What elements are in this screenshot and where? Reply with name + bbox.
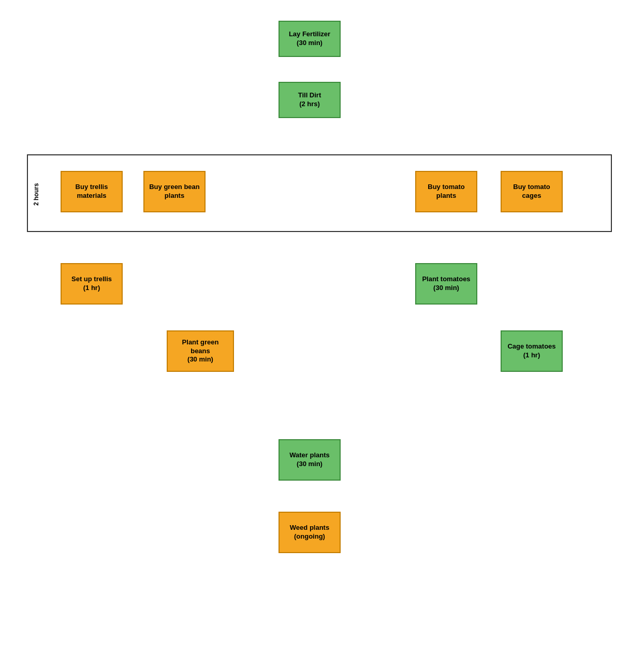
svg-line-10 (477, 289, 501, 346)
svg-line-11 (198, 372, 275, 444)
plant-tomatoes-label: Plant tomatoes(30 min) (422, 275, 470, 293)
cage-tomatoes-node: Cage tomatoes(1 hr) (501, 330, 563, 372)
plant-tomatoes-node: Plant tomatoes(30 min) (415, 263, 477, 305)
buy-green-bean-node: Buy green beanplants (143, 171, 206, 212)
buy-tomato-plants-label: Buy tomatoplants (428, 183, 465, 200)
weed-plants-node: Weed plants(ongoing) (279, 512, 341, 553)
lay-fertilizer-label: Lay Fertilizer (30 min) (284, 30, 335, 48)
water-plants-node: Water plants(30 min) (279, 439, 341, 481)
buy-tomato-cages-label: Buy tomatocages (513, 183, 550, 200)
set-up-trellis-label: Set up trellis(1 hr) (71, 275, 112, 293)
svg-line-6 (123, 289, 143, 346)
water-plants-label: Water plants(30 min) (289, 451, 330, 469)
buy-trellis-node: Buy trellismaterials (61, 171, 123, 212)
buy-trellis-label: Buy trellismaterials (76, 183, 108, 200)
buy-tomato-plants-node: Buy tomatoplants (415, 171, 477, 212)
cage-tomatoes-label: Cage tomatoes(1 hr) (507, 342, 555, 360)
plant-green-beans-node: Plant greenbeans(30 min) (167, 330, 234, 372)
buy-green-bean-label: Buy green beanplants (149, 183, 200, 200)
svg-line-9 (234, 289, 415, 346)
buy-tomato-cages-node: Buy tomatocages (501, 171, 563, 212)
lay-fertilizer-node: Lay Fertilizer (30 min) (279, 21, 341, 57)
parallel-label: 2 hours (29, 155, 43, 233)
svg-line-12 (374, 356, 501, 444)
plant-green-beans-label: Plant greenbeans(30 min) (182, 338, 219, 365)
till-dirt-label: Till Dirt(2 hrs) (298, 91, 321, 109)
weed-plants-label: Weed plants(ongoing) (290, 524, 329, 541)
set-up-trellis-node: Set up trellis(1 hr) (61, 263, 123, 305)
till-dirt-node: Till Dirt(2 hrs) (279, 82, 341, 118)
